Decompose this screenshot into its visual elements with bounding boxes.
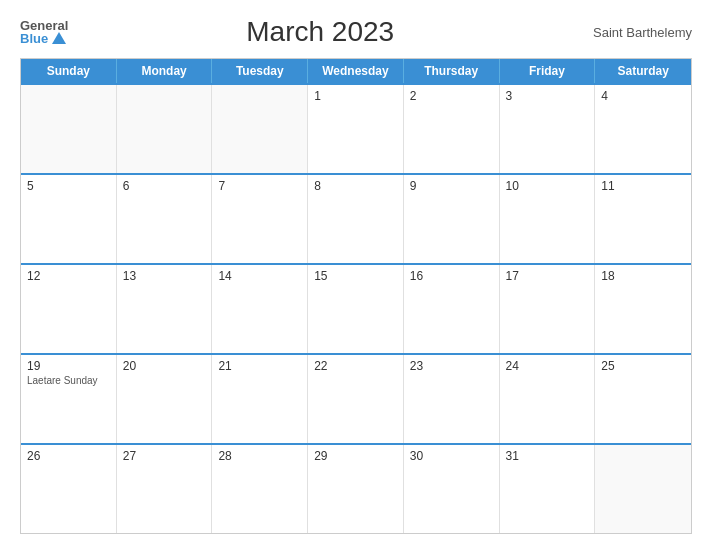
table-row: 2	[404, 85, 500, 173]
day-number: 31	[506, 449, 589, 463]
table-row: 22	[308, 355, 404, 443]
day-number: 24	[506, 359, 589, 373]
day-number: 30	[410, 449, 493, 463]
week-3: 12131415161718	[21, 263, 691, 353]
day-number: 20	[123, 359, 206, 373]
table-row	[21, 85, 117, 173]
day-number: 2	[410, 89, 493, 103]
table-row: 11	[595, 175, 691, 263]
day-number: 3	[506, 89, 589, 103]
table-row	[212, 85, 308, 173]
table-row: 30	[404, 445, 500, 533]
table-row	[117, 85, 213, 173]
day-number: 21	[218, 359, 301, 373]
day-number: 23	[410, 359, 493, 373]
table-row	[595, 445, 691, 533]
day-number: 15	[314, 269, 397, 283]
table-row: 17	[500, 265, 596, 353]
day-number: 16	[410, 269, 493, 283]
day-number: 26	[27, 449, 110, 463]
logo-general-text: General	[20, 19, 68, 32]
table-row: 29	[308, 445, 404, 533]
day-number: 28	[218, 449, 301, 463]
table-row: 21	[212, 355, 308, 443]
day-number: 8	[314, 179, 397, 193]
day-number: 5	[27, 179, 110, 193]
table-row: 9	[404, 175, 500, 263]
table-row: 27	[117, 445, 213, 533]
table-row: 10	[500, 175, 596, 263]
logo-blue-text: Blue	[20, 32, 48, 45]
table-row: 24	[500, 355, 596, 443]
day-number: 22	[314, 359, 397, 373]
header-tuesday: Tuesday	[212, 59, 308, 83]
calendar-title: March 2023	[68, 16, 572, 48]
table-row: 15	[308, 265, 404, 353]
day-event: Laetare Sunday	[27, 375, 110, 386]
header-wednesday: Wednesday	[308, 59, 404, 83]
table-row: 25	[595, 355, 691, 443]
day-number: 13	[123, 269, 206, 283]
table-row: 26	[21, 445, 117, 533]
table-row: 8	[308, 175, 404, 263]
table-row: 19Laetare Sunday	[21, 355, 117, 443]
header-saturday: Saturday	[595, 59, 691, 83]
region-label: Saint Barthelemy	[572, 25, 692, 40]
table-row: 18	[595, 265, 691, 353]
logo: General Blue	[20, 19, 68, 46]
table-row: 23	[404, 355, 500, 443]
table-row: 4	[595, 85, 691, 173]
table-row: 5	[21, 175, 117, 263]
logo-triangle-icon	[52, 32, 66, 44]
day-number: 1	[314, 89, 397, 103]
calendar-header: Sunday Monday Tuesday Wednesday Thursday…	[21, 59, 691, 83]
day-number: 10	[506, 179, 589, 193]
day-number: 25	[601, 359, 685, 373]
day-number: 4	[601, 89, 685, 103]
table-row: 20	[117, 355, 213, 443]
calendar-body: 12345678910111213141516171819Laetare Sun…	[21, 83, 691, 533]
day-number: 27	[123, 449, 206, 463]
table-row: 1	[308, 85, 404, 173]
week-2: 567891011	[21, 173, 691, 263]
day-number: 12	[27, 269, 110, 283]
day-number: 14	[218, 269, 301, 283]
week-1: 1234	[21, 83, 691, 173]
week-4: 19Laetare Sunday202122232425	[21, 353, 691, 443]
table-row: 12	[21, 265, 117, 353]
header-friday: Friday	[500, 59, 596, 83]
day-number: 11	[601, 179, 685, 193]
header-sunday: Sunday	[21, 59, 117, 83]
table-row: 16	[404, 265, 500, 353]
table-row: 7	[212, 175, 308, 263]
day-number: 29	[314, 449, 397, 463]
header-monday: Monday	[117, 59, 213, 83]
table-row: 13	[117, 265, 213, 353]
day-number: 9	[410, 179, 493, 193]
week-5: 262728293031	[21, 443, 691, 533]
day-number: 18	[601, 269, 685, 283]
header-thursday: Thursday	[404, 59, 500, 83]
table-row: 31	[500, 445, 596, 533]
table-row: 6	[117, 175, 213, 263]
table-row: 28	[212, 445, 308, 533]
day-number: 7	[218, 179, 301, 193]
day-number: 19	[27, 359, 110, 373]
table-row: 14	[212, 265, 308, 353]
table-row: 3	[500, 85, 596, 173]
day-number: 6	[123, 179, 206, 193]
day-number: 17	[506, 269, 589, 283]
calendar: Sunday Monday Tuesday Wednesday Thursday…	[20, 58, 692, 534]
page-header: General Blue March 2023 Saint Barthelemy	[20, 16, 692, 48]
